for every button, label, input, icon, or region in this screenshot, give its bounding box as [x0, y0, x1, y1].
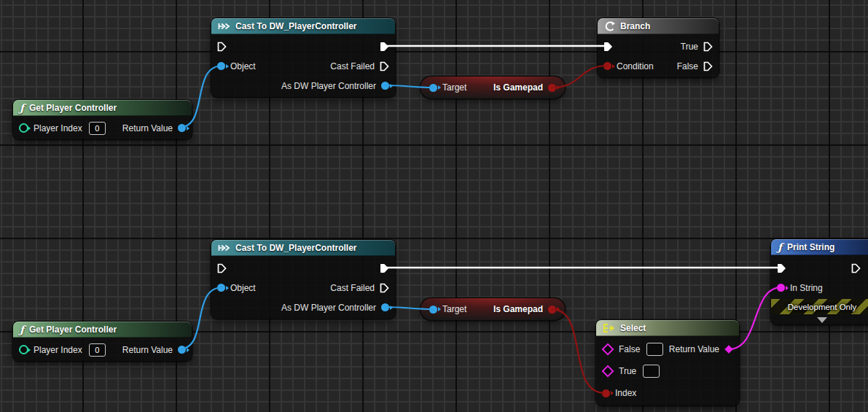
- pin-label: Cast Failed: [330, 283, 375, 293]
- pin-label: Return Value: [122, 345, 173, 355]
- player-index-pin[interactable]: [19, 123, 28, 133]
- pin-label: Cast Failed: [330, 61, 375, 71]
- pin-label: Object: [230, 61, 256, 71]
- pin-label: As DW Player Controller: [281, 81, 376, 91]
- pin-label: Player Index: [34, 123, 82, 133]
- pin-label: Return Value: [669, 344, 719, 354]
- true-exec-pin[interactable]: [703, 42, 713, 52]
- node-title: Select: [620, 323, 646, 333]
- node-header: Select: [596, 320, 739, 336]
- exec-in-pin[interactable]: [217, 42, 227, 52]
- exec-in-pin[interactable]: [217, 263, 227, 273]
- node-get-player-controller-2[interactable]: ƒ Get Player Controller Player Index 0 R…: [13, 322, 192, 361]
- node-cast-to-dw-playercontroller-2[interactable]: Cast To DW_PlayerController Object Cast …: [211, 240, 395, 319]
- node-header: ƒ Get Player Controller: [13, 322, 192, 338]
- node-title: Is Gamepad: [493, 304, 543, 314]
- node-print-string[interactable]: ƒ Print String In String Development Onl…: [771, 239, 868, 324]
- cast-icon: [218, 23, 230, 30]
- development-only-banner: Development Only: [771, 299, 868, 314]
- pin-label: Target: [442, 82, 466, 93]
- node-title: Print String: [787, 242, 834, 252]
- pin-label: True: [681, 42, 698, 52]
- player-index-input[interactable]: 0: [89, 343, 106, 357]
- player-index-input[interactable]: 0: [89, 122, 106, 135]
- node-header: Cast To DW_PlayerController: [211, 18, 395, 34]
- node-title: Get Player Controller: [29, 324, 117, 335]
- node-header: ƒ Print String: [771, 239, 868, 255]
- function-icon: ƒ: [20, 103, 24, 113]
- blueprint-canvas[interactable]: Cast To DW_PlayerController Object Cast …: [0, 0, 868, 412]
- cast-failed-pin[interactable]: [380, 61, 389, 71]
- function-icon: ƒ: [778, 242, 782, 252]
- pin-label: In String: [790, 283, 823, 293]
- select-true-pin[interactable]: [602, 365, 614, 378]
- node-header: Branch: [598, 18, 719, 34]
- development-only-label: Development Only: [788, 303, 857, 311]
- node-header: Cast To DW_PlayerController: [211, 240, 395, 256]
- cast-icon: [218, 244, 230, 252]
- expand-node-arrow[interactable]: [817, 317, 827, 323]
- pin-label: Object: [230, 283, 256, 293]
- branch-icon: [604, 21, 615, 31]
- pin-label: False: [619, 344, 640, 354]
- select-false-input[interactable]: [646, 343, 663, 356]
- node-cast-to-dw-playercontroller-1[interactable]: Cast To DW_PlayerController Object Cast …: [211, 18, 395, 97]
- node-get-player-controller-1[interactable]: ƒ Get Player Controller Player Index 0 R…: [13, 100, 192, 139]
- select-icon: [603, 323, 615, 333]
- pin-label: Condition: [617, 61, 654, 71]
- function-icon: ƒ: [20, 324, 24, 335]
- select-true-input[interactable]: [643, 365, 660, 378]
- false-exec-pin[interactable]: [703, 61, 713, 71]
- node-title: Is Gamepad: [493, 82, 543, 93]
- select-false-pin[interactable]: [602, 343, 614, 356]
- node-branch[interactable]: Branch True Condition False: [598, 18, 719, 77]
- node-title: Branch: [620, 21, 650, 31]
- node-select[interactable]: Select False Return Value True: [596, 320, 739, 405]
- player-index-pin[interactable]: [19, 345, 28, 354]
- pin-label: True: [619, 366, 636, 376]
- node-is-gamepad-2[interactable]: Target Is Gamepad: [421, 298, 565, 320]
- cast-failed-pin[interactable]: [380, 283, 389, 293]
- pin-label: Return Value: [122, 123, 173, 133]
- node-title: Cast To DW_PlayerController: [235, 243, 356, 253]
- pin-label: False: [677, 61, 698, 71]
- pin-label: Target: [442, 304, 466, 314]
- node-title: Cast To DW_PlayerController: [235, 21, 356, 31]
- pin-label: Player Index: [34, 345, 82, 355]
- pin-label: Index: [615, 388, 636, 398]
- node-is-gamepad-1[interactable]: Target Is Gamepad: [421, 77, 565, 98]
- pin-label: As DW Player Controller: [281, 303, 376, 313]
- node-header: ƒ Get Player Controller: [13, 100, 192, 116]
- exec-out-pin[interactable]: [851, 263, 861, 273]
- node-title: Get Player Controller: [29, 103, 117, 113]
